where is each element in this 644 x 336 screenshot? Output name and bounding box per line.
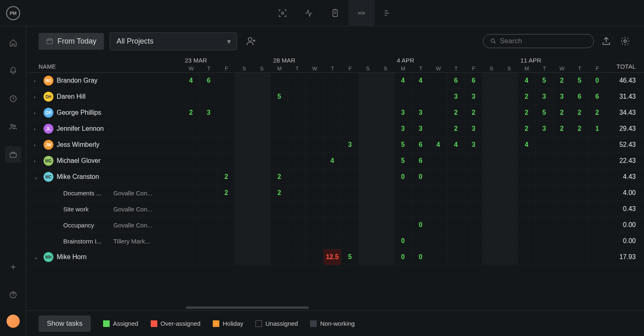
workload-cell[interactable] <box>271 105 288 120</box>
chevron-down-icon[interactable]: ⌄ <box>34 254 40 260</box>
workload-cell[interactable] <box>536 137 553 153</box>
workload-cell[interactable] <box>430 233 447 249</box>
workload-cell[interactable] <box>518 217 536 233</box>
workload-cell[interactable] <box>483 137 500 153</box>
workload-cell[interactable] <box>359 121 377 137</box>
workload-cell[interactable] <box>483 233 500 249</box>
workload-cell[interactable] <box>447 169 465 185</box>
workload-cell[interactable] <box>288 137 306 153</box>
workload-cell[interactable] <box>235 137 253 153</box>
workload-cell[interactable]: 4 <box>324 153 341 169</box>
workload-cell[interactable] <box>571 169 589 185</box>
workload-cell[interactable] <box>465 217 483 233</box>
workload-cell[interactable] <box>589 201 606 217</box>
workload-cell[interactable] <box>324 105 341 120</box>
workload-cell[interactable] <box>253 217 271 233</box>
workload-cell[interactable] <box>430 201 447 217</box>
chevron-right-icon[interactable]: › <box>34 158 40 164</box>
workload-cell[interactable] <box>483 73 500 88</box>
workload-cell[interactable] <box>200 201 218 217</box>
workload-cell[interactable]: 6 <box>412 153 430 169</box>
workload-cell[interactable] <box>518 201 536 217</box>
workload-cell[interactable] <box>394 89 412 104</box>
workload-cell[interactable] <box>377 249 394 265</box>
workload-cell[interactable] <box>377 73 394 88</box>
workload-cell[interactable] <box>306 137 324 153</box>
sidebar-clock-icon[interactable] <box>5 90 21 107</box>
workload-cell[interactable] <box>571 153 589 169</box>
workload-cell[interactable] <box>235 201 253 217</box>
workload-cell[interactable]: 3 <box>394 105 412 120</box>
workload-cell[interactable]: 2 <box>271 185 288 201</box>
workload-cell[interactable] <box>518 233 536 249</box>
workload-cell[interactable] <box>483 201 500 217</box>
workload-cell[interactable] <box>218 201 235 217</box>
workload-cell[interactable] <box>341 201 359 217</box>
workload-cell[interactable]: 3 <box>200 105 218 120</box>
workload-cell[interactable] <box>483 169 500 185</box>
workload-cell[interactable] <box>288 249 306 265</box>
settings-icon[interactable] <box>619 35 632 48</box>
workload-cell[interactable] <box>589 233 606 249</box>
workload-cell[interactable]: 2 <box>553 121 571 137</box>
workload-cell[interactable] <box>359 89 377 104</box>
workload-cell[interactable] <box>306 89 324 104</box>
workload-cell[interactable] <box>553 185 571 201</box>
workload-cell[interactable]: 1 <box>589 121 606 137</box>
workload-cell[interactable] <box>182 201 200 217</box>
workload-cell[interactable] <box>536 233 553 249</box>
workload-cell[interactable] <box>465 153 483 169</box>
workload-cell[interactable] <box>483 217 500 233</box>
workload-cell[interactable]: 5 <box>341 249 359 265</box>
workload-cell[interactable]: 2 <box>447 105 465 120</box>
nav-clipboard-icon[interactable] <box>322 0 348 26</box>
workload-cell[interactable] <box>359 73 377 88</box>
workload-cell[interactable] <box>447 217 465 233</box>
workload-cell[interactable] <box>536 217 553 233</box>
workload-cell[interactable] <box>324 169 341 185</box>
workload-cell[interactable] <box>359 249 377 265</box>
workload-cell[interactable]: 2 <box>589 105 606 120</box>
workload-cell[interactable]: 0 <box>412 217 430 233</box>
workload-cell[interactable]: 5 <box>394 137 412 153</box>
workload-cell[interactable] <box>465 169 483 185</box>
workload-cell[interactable] <box>271 153 288 169</box>
workload-cell[interactable] <box>394 185 412 201</box>
chevron-right-icon[interactable]: › <box>34 142 40 148</box>
workload-cell[interactable] <box>553 153 571 169</box>
workload-cell[interactable] <box>341 121 359 137</box>
workload-cell[interactable] <box>341 89 359 104</box>
workload-cell[interactable]: 3 <box>553 89 571 104</box>
workload-cell[interactable] <box>553 201 571 217</box>
workload-cell[interactable] <box>500 137 518 153</box>
workload-cell[interactable] <box>536 201 553 217</box>
workload-cell[interactable]: 3 <box>412 105 430 120</box>
workload-cell[interactable] <box>324 121 341 137</box>
workload-cell[interactable] <box>341 169 359 185</box>
workload-cell[interactable] <box>571 137 589 153</box>
workload-cell[interactable] <box>324 185 341 201</box>
workload-cell[interactable] <box>324 201 341 217</box>
workload-cell[interactable]: 2 <box>447 121 465 137</box>
workload-cell[interactable] <box>359 105 377 120</box>
workload-cell[interactable] <box>235 121 253 137</box>
workload-cell[interactable] <box>377 89 394 104</box>
workload-cell[interactable] <box>200 249 218 265</box>
workload-cell[interactable] <box>182 89 200 104</box>
workload-cell[interactable] <box>447 201 465 217</box>
workload-cell[interactable] <box>571 233 589 249</box>
workload-cell[interactable] <box>412 201 430 217</box>
workload-cell[interactable] <box>200 89 218 104</box>
workload-cell[interactable] <box>465 249 483 265</box>
workload-cell[interactable] <box>253 201 271 217</box>
add-person-icon[interactable] <box>243 33 259 49</box>
workload-cell[interactable] <box>465 201 483 217</box>
workload-cell[interactable]: 2 <box>518 89 536 104</box>
workload-cell[interactable] <box>394 217 412 233</box>
workload-cell[interactable] <box>306 73 324 88</box>
workload-cell[interactable] <box>518 169 536 185</box>
workload-cell[interactable] <box>306 185 324 201</box>
workload-cell[interactable] <box>500 169 518 185</box>
workload-cell[interactable] <box>200 217 218 233</box>
workload-cell[interactable]: 2 <box>218 169 235 185</box>
